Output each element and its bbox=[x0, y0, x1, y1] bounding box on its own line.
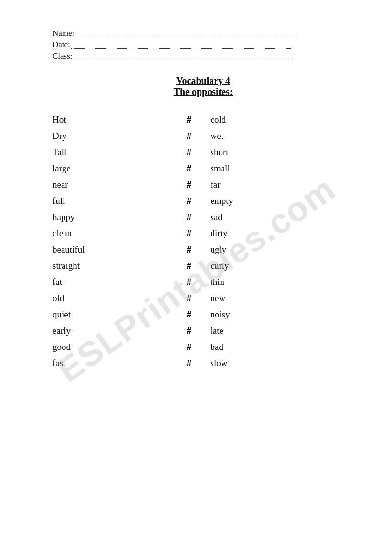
title-main: Vocabulary 4 bbox=[53, 75, 354, 86]
word2-cell: sad bbox=[211, 209, 354, 225]
word1-cell: early bbox=[53, 323, 167, 339]
separator-cell: # bbox=[167, 355, 210, 371]
word1-cell: fast bbox=[53, 355, 167, 371]
name-field: Name: bbox=[53, 29, 354, 38]
date-label: Date: bbox=[53, 40, 70, 49]
word1-cell: happy bbox=[53, 209, 167, 225]
word1-cell: beautiful bbox=[53, 242, 167, 258]
title-sub: The opposites: bbox=[53, 86, 354, 97]
class-field: Class: bbox=[53, 52, 354, 61]
word2-cell: bad bbox=[211, 339, 354, 355]
table-row: fast#slow bbox=[53, 355, 354, 371]
separator-cell: # bbox=[167, 209, 210, 225]
separator-cell: # bbox=[167, 160, 210, 177]
word1-cell: near bbox=[53, 177, 167, 193]
table-row: old#new bbox=[53, 290, 354, 306]
separator-cell: # bbox=[167, 225, 210, 242]
word1-cell: Hot bbox=[53, 112, 167, 128]
word1-cell: good bbox=[53, 339, 167, 355]
word2-cell: slow bbox=[211, 355, 354, 371]
word1-cell: quiet bbox=[53, 306, 167, 323]
word2-cell: far bbox=[211, 177, 354, 193]
table-row: straight#curly bbox=[53, 258, 354, 274]
header-fields: Name: Date: Class: bbox=[53, 29, 354, 61]
separator-cell: # bbox=[167, 274, 210, 290]
separator-cell: # bbox=[167, 177, 210, 193]
separator-cell: # bbox=[167, 339, 210, 355]
table-row: happy#sad bbox=[53, 209, 354, 225]
separator-cell: # bbox=[167, 258, 210, 274]
separator-cell: # bbox=[167, 323, 210, 339]
class-label: Class: bbox=[53, 52, 73, 61]
separator-cell: # bbox=[167, 144, 210, 160]
separator-cell: # bbox=[167, 112, 210, 128]
table-row: Tall#short bbox=[53, 144, 354, 160]
word2-cell: curly bbox=[211, 258, 354, 274]
table-row: fat#thin bbox=[53, 274, 354, 290]
word2-cell: cold bbox=[211, 112, 354, 128]
table-row: large#small bbox=[53, 160, 354, 177]
table-row: full#empty bbox=[53, 193, 354, 209]
separator-cell: # bbox=[167, 306, 210, 323]
word1-cell: Dry bbox=[53, 128, 167, 144]
separator-cell: # bbox=[167, 193, 210, 209]
word2-cell: dirty bbox=[211, 225, 354, 242]
table-row: good#bad bbox=[53, 339, 354, 355]
word1-cell: clean bbox=[53, 225, 167, 242]
table-row: beautiful#ugly bbox=[53, 242, 354, 258]
title-section: Vocabulary 4 The opposites: bbox=[53, 75, 354, 97]
word2-cell: ugly bbox=[211, 242, 354, 258]
table-row: clean#dirty bbox=[53, 225, 354, 242]
separator-cell: # bbox=[167, 290, 210, 306]
word2-cell: noisy bbox=[211, 306, 354, 323]
word2-cell: late bbox=[211, 323, 354, 339]
table-row: Hot#cold bbox=[53, 112, 354, 128]
name-label: Name: bbox=[53, 29, 74, 38]
word2-cell: short bbox=[211, 144, 354, 160]
word1-cell: old bbox=[53, 290, 167, 306]
table-row: Dry#wet bbox=[53, 128, 354, 144]
word2-cell: thin bbox=[211, 274, 354, 290]
word1-cell: large bbox=[53, 160, 167, 177]
word1-cell: Tall bbox=[53, 144, 167, 160]
word2-cell: new bbox=[211, 290, 354, 306]
word1-cell: full bbox=[53, 193, 167, 209]
separator-cell: # bbox=[167, 128, 210, 144]
word1-cell: straight bbox=[53, 258, 167, 274]
table-row: near#far bbox=[53, 177, 354, 193]
word2-cell: wet bbox=[211, 128, 354, 144]
word2-cell: empty bbox=[211, 193, 354, 209]
word2-cell: small bbox=[211, 160, 354, 177]
date-field: Date: bbox=[53, 40, 354, 50]
separator-cell: # bbox=[167, 242, 210, 258]
table-row: quiet#noisy bbox=[53, 306, 354, 323]
table-row: early#late bbox=[53, 323, 354, 339]
word1-cell: fat bbox=[53, 274, 167, 290]
vocabulary-table: Hot#coldDry#wetTall#shortlarge#smallnear… bbox=[53, 112, 354, 371]
